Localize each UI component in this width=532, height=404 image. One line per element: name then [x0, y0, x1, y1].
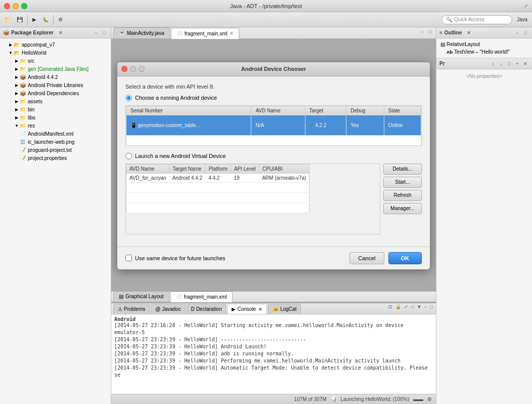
tab-logcat[interactable]: 🐱 LogCat: [268, 304, 301, 314]
list-item[interactable]: ▶ 📦 Android Private Libraries: [0, 81, 111, 89]
window-controls[interactable]: [4, 3, 27, 9]
tree-item-label: res: [28, 123, 35, 129]
tab-xml-layout[interactable]: 📄 fragment_main.xml: [170, 291, 233, 302]
tab-problems[interactable]: ⚠ Problems: [113, 304, 150, 314]
device-target: ✓ 4.2.2: [305, 115, 346, 135]
tab-declaration[interactable]: D Declaration: [187, 304, 227, 314]
tree-item-label: bin: [28, 107, 34, 112]
prop-ctrl-4[interactable]: +: [514, 60, 521, 67]
toolbar-debug-button[interactable]: 🐛: [40, 14, 51, 25]
project-icon: 📂: [13, 41, 20, 48]
console-minimize-button[interactable]: −: [423, 304, 428, 310]
col-avd: AVD Name: [251, 106, 305, 115]
tree-arrow-icon: ▶: [14, 115, 19, 120]
minimize-button[interactable]: [13, 3, 19, 9]
tab-graphical-layout[interactable]: ▤ Graphical Layout: [113, 291, 169, 302]
tree-arrow-icon: ▶: [14, 91, 19, 96]
tab-fragment-main[interactable]: 📄 fragment_main.xml ✕: [171, 28, 239, 39]
list-item[interactable]: 📝 proguard-project.txt: [0, 146, 111, 154]
problems-icon: ⚠: [118, 306, 122, 312]
toolbar-other-button[interactable]: ⚙: [56, 14, 65, 25]
list-item[interactable]: ▶ 📦 Android 4.4.2: [0, 73, 111, 81]
list-item[interactable]: ▶ 📁 assets: [0, 97, 111, 105]
minimize-panel-button[interactable]: −: [93, 29, 100, 36]
properties-header: Pr ↕ ↓ □ + ✕: [436, 58, 532, 69]
prop-ctrl-2[interactable]: ↓: [498, 60, 505, 67]
tab-close-icon[interactable]: ✕: [230, 31, 234, 36]
list-item[interactable]: ▼ 📂 HelloWorld: [0, 49, 111, 57]
relative-layout-icon: ▤: [440, 42, 445, 47]
minimize-editor-button[interactable]: −: [419, 28, 426, 35]
console-ctrl-5[interactable]: ▼: [416, 304, 422, 310]
console-ctrl-4[interactable]: □: [410, 304, 415, 310]
toolbar-run-button[interactable]: ▶: [30, 14, 39, 25]
dialog-close-button[interactable]: [121, 66, 127, 72]
running-device-section: Choose a running Android device Serial N…: [125, 95, 422, 146]
list-item[interactable]: ▶ 📁 gen [Generated Java Files]: [0, 65, 111, 73]
device-debug: Yes: [346, 115, 384, 135]
tab-main-activity[interactable]: ☕ MainActivity.java: [113, 27, 170, 38]
tree-item-label: Android 4.4.2: [28, 74, 58, 80]
table-row[interactable]: 📱 genymotion-custom_table... N/A ✓ 4.2.2: [126, 115, 421, 135]
list-item[interactable]: ▼ 📁 res: [0, 122, 111, 130]
table-row[interactable]: AVD_for_acryan Android 4.4.2 4.4.2 19 AR…: [126, 173, 309, 182]
list-item[interactable]: 🖼 ic_launcher-web.png: [0, 138, 111, 146]
outline-item-relativelayout[interactable]: ▤ RelativeLayout: [438, 41, 530, 48]
close-button[interactable]: [4, 3, 10, 9]
xml-file-icon: 📄: [19, 130, 26, 137]
folder-icon: 📁: [19, 106, 26, 113]
dialog-min-button[interactable]: [130, 66, 136, 72]
maximize-editor-button[interactable]: □: [427, 28, 434, 35]
console-ctrl-2[interactable]: 🔒: [394, 304, 402, 310]
list-item[interactable]: ▶ 📁 bin: [0, 105, 111, 113]
console-ctrl-1[interactable]: ⊡: [387, 304, 393, 310]
device-serial: 📱 genymotion-custom_table...: [126, 115, 251, 135]
maximize-outline-button[interactable]: □: [522, 29, 529, 36]
list-item[interactable]: ▶ 📁 src: [0, 57, 111, 65]
cancel-button[interactable]: Cancel: [349, 252, 384, 264]
checkbox-row: Use same device for future launches: [125, 255, 345, 261]
outline-close-icon[interactable]: ✕: [467, 30, 471, 35]
list-item[interactable]: ▶ 📁 libs: [0, 113, 111, 122]
details-button[interactable]: Details...: [383, 164, 422, 175]
manager-button[interactable]: Manager...: [383, 203, 422, 214]
radio-running-device[interactable]: [125, 95, 132, 101]
maximize-panel-button[interactable]: □: [101, 29, 108, 36]
outline-item-textview[interactable]: Ab TextView – "Hello world!": [438, 48, 530, 56]
quick-access-search[interactable]: 🔍 Quick Access: [441, 15, 512, 24]
ok-button[interactable]: OK: [388, 252, 422, 264]
toolbar-new-button[interactable]: 📁: [2, 14, 13, 25]
maximize-button[interactable]: [21, 3, 27, 9]
list-item[interactable]: 📝 project.properties: [0, 154, 111, 162]
project-icon: 📂: [13, 49, 20, 56]
perspective-button[interactable]: Java: [514, 14, 530, 25]
toolbar-save-button[interactable]: 💾: [14, 14, 25, 25]
editor-tabs-bar: − □ ☕ MainActivity.java 📄 fragment_main.…: [111, 27, 436, 39]
prop-ctrl-1[interactable]: ↕: [490, 60, 497, 67]
prop-ctrl-3[interactable]: □: [506, 60, 513, 67]
radio-running-row: Choose a running Android device: [125, 95, 422, 101]
start-button[interactable]: Start...: [383, 177, 422, 188]
list-item[interactable]: ▶ 📦 Android Dependencies: [0, 89, 111, 97]
refresh-button[interactable]: Refresh: [383, 190, 422, 201]
xml-tab-layout-label: fragment_main.xml: [184, 294, 227, 300]
console-ctrl-3[interactable]: ⤢: [403, 304, 409, 310]
avd-col-platform: Platform: [205, 164, 231, 173]
minimize-outline-button[interactable]: −: [514, 29, 521, 36]
dialog-max-button[interactable]: [139, 66, 145, 72]
same-device-checkbox[interactable]: [125, 255, 132, 261]
col-target: Target: [305, 106, 346, 115]
tab-console[interactable]: ▶ Console ✕: [227, 304, 267, 314]
radio-new-avd[interactable]: [125, 153, 132, 159]
console-maximize-button[interactable]: □: [429, 304, 434, 310]
list-item[interactable]: 📄 AndroidManifest.xml: [0, 130, 111, 138]
launch-status: Launching HelloWorld: (100%): [341, 396, 409, 402]
list-item[interactable]: ▶ 📂 appcompat_v7: [0, 41, 111, 49]
package-explorer-panel: 📦 Package Explorer ✕ − □ ▶ 📂 appcompat_v…: [0, 27, 111, 404]
tab-javadoc[interactable]: @ Javadoc: [151, 304, 185, 314]
package-explorer-close-icon[interactable]: ✕: [59, 30, 63, 35]
prop-ctrl-5[interactable]: ✕: [522, 60, 529, 67]
console-close-icon[interactable]: ✕: [258, 307, 262, 312]
editor-area: Android Device Chooser Select a device w…: [111, 39, 436, 292]
dialog-window-controls[interactable]: [121, 66, 145, 72]
